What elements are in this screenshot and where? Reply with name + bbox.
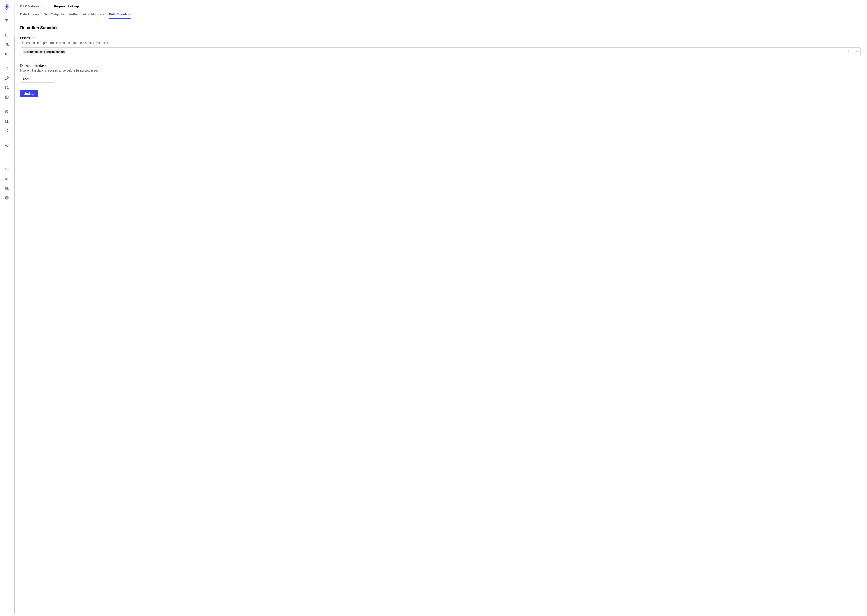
tab-data-retention[interactable]: Data Retention — [109, 13, 131, 19]
svg-rect-11 — [5, 96, 8, 98]
svg-rect-14 — [5, 110, 8, 113]
svg-point-9 — [5, 86, 8, 87]
clear-icon[interactable] — [847, 50, 850, 54]
scrollbar[interactable] — [14, 1, 15, 615]
cube-icon[interactable] — [3, 31, 11, 39]
operation-help: The operation to perform on data older t… — [20, 41, 861, 45]
breadcrumb-parent[interactable]: DSR Automation — [20, 5, 46, 8]
search-doc-icon[interactable] — [3, 108, 11, 116]
code-monitor-icon[interactable] — [3, 194, 11, 202]
duration-field: Duration (in days) How old the data is r… — [20, 64, 861, 83]
breadcrumb: DSR Automation Request Settings — [20, 5, 861, 8]
device-search-icon[interactable] — [3, 117, 11, 125]
svg-point-13 — [6, 97, 7, 97]
globe-icon[interactable] — [3, 50, 11, 58]
svg-point-17 — [7, 121, 8, 123]
svg-point-15 — [6, 111, 7, 112]
tab-data-subjects[interactable]: Data Subjects — [44, 13, 64, 19]
database-check-icon[interactable] — [3, 83, 11, 91]
id-card-icon[interactable] — [3, 93, 11, 101]
tab-authentication-methods[interactable]: Authentication Methods — [69, 13, 104, 19]
operation-select[interactable]: Delete requests and identifiers — [20, 47, 861, 57]
hand-clock-icon[interactable] — [3, 74, 11, 82]
main-content: DSR Automation Request Settings Data Act… — [16, 0, 867, 616]
section-title: Retention Schedule — [20, 25, 861, 30]
svg-point-7 — [7, 68, 8, 68]
chevron-right-icon — [49, 5, 51, 8]
cubes-icon[interactable] — [3, 40, 11, 49]
svg-point-0 — [5, 5, 8, 8]
tabs: Data Actions Data Subjects Authenticatio… — [20, 12, 861, 19]
file-user-icon[interactable] — [3, 127, 11, 135]
duration-label: Duration (in days) — [20, 64, 861, 68]
svg-point-19 — [5, 144, 8, 147]
hand-coins-icon[interactable] — [3, 64, 11, 72]
svg-rect-12 — [6, 96, 7, 96]
tab-data-actions[interactable]: Data Actions — [20, 13, 39, 19]
chevron-down-icon[interactable] — [856, 50, 858, 54]
svg-point-6 — [6, 67, 6, 68]
brand-logo[interactable] — [3, 3, 10, 10]
sidebar — [0, 0, 14, 616]
svg-point-4 — [6, 21, 7, 22]
operation-label: Operation — [20, 36, 861, 40]
sliders-icon[interactable] — [3, 165, 11, 173]
operation-field: Operation The operation to perform on da… — [20, 36, 861, 57]
duration-input[interactable] — [20, 75, 54, 83]
table-plus-icon[interactable] — [3, 184, 11, 192]
compass-icon[interactable] — [3, 141, 11, 149]
network-icon[interactable] — [3, 16, 11, 24]
eye-off-icon[interactable] — [3, 175, 11, 183]
update-button[interactable]: Update — [20, 90, 38, 97]
breadcrumb-current: Request Settings — [54, 5, 80, 8]
duration-help: How old the data is required to be befor… — [20, 69, 861, 72]
operation-selected-chip: Delete requests and identifiers — [22, 49, 66, 54]
list-filter-icon[interactable] — [3, 151, 11, 159]
